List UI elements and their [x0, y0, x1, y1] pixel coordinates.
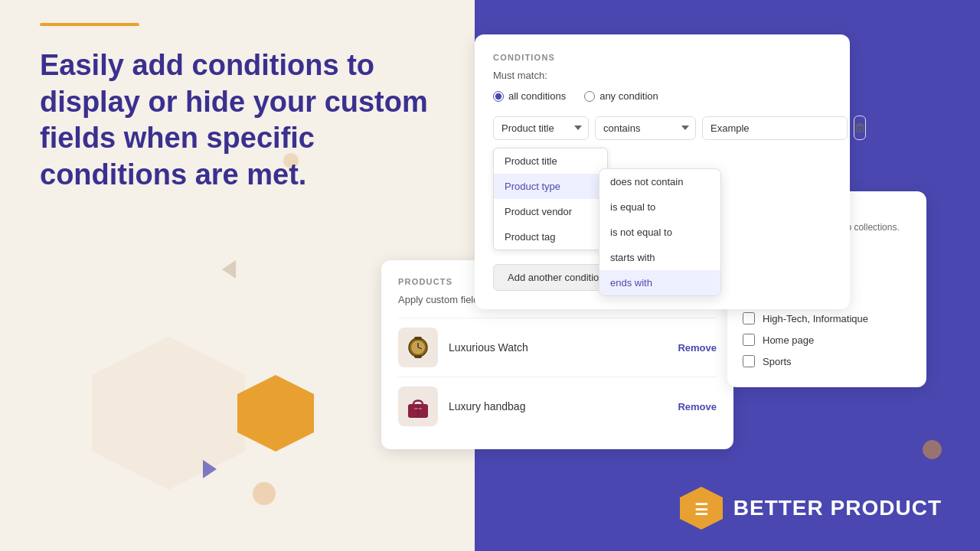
- condition-value-input[interactable]: [702, 116, 848, 140]
- collection-item-hightech: High-Tech, Informatique: [743, 308, 911, 329]
- product-img-watch: [398, 328, 438, 367]
- remove-watch-button[interactable]: Remove: [678, 342, 717, 354]
- condition-row-1: Product title Product type Product vendo…: [493, 116, 831, 140]
- op-ends-with[interactable]: ends with: [599, 270, 720, 295]
- op-is-not-equal-to[interactable]: is not equal to: [599, 220, 720, 245]
- radio-any-label[interactable]: any condition: [584, 90, 658, 102]
- hex-small-deco: [237, 375, 314, 452]
- branding: ☰ BETTER PRODUCT: [680, 487, 942, 530]
- product-item-handbag: Luxury handbag Remove: [398, 377, 717, 435]
- must-match-label: Must match:: [493, 70, 831, 81]
- dropdown-product-title[interactable]: Product title: [494, 148, 607, 174]
- svg-marker-0: [92, 337, 245, 490]
- delete-condition-button[interactable]: [854, 116, 866, 140]
- radio-group: all conditions any condition: [493, 90, 831, 102]
- dropdown-product-vendor[interactable]: Product vendor: [494, 199, 607, 224]
- conditions-card-title: CONDITIONS: [493, 53, 831, 62]
- label-sports: Sports: [763, 356, 792, 367]
- operator-dropdown-overlay: does not contain is equal to is not equa…: [599, 168, 721, 296]
- product-name-watch: Luxurious Watch: [449, 341, 528, 354]
- collection-item-homepage: Home page: [743, 329, 911, 350]
- product-item-left-handbag: Luxury handbag: [398, 386, 525, 426]
- brand-hex-icon: ☰: [680, 487, 723, 530]
- trash-icon: [854, 122, 865, 133]
- radio-any-text: any condition: [599, 90, 658, 102]
- radio-all-text: all conditions: [508, 90, 566, 102]
- radio-any-input[interactable]: [584, 91, 595, 102]
- handbag-icon: [403, 392, 433, 421]
- dot-right-deco: [923, 440, 942, 459]
- dot-bottom-left-deco: [253, 482, 276, 505]
- field-select[interactable]: Product title Product type Product vendo…: [493, 116, 589, 140]
- product-img-handbag: [398, 386, 438, 426]
- dropdown-product-tag[interactable]: Product tag: [494, 224, 607, 249]
- headline-text: Easily add conditions to display or hide…: [40, 47, 438, 193]
- brand-name-text: BETTER PRODUCT: [733, 496, 942, 520]
- op-is-equal-to[interactable]: is equal to: [599, 194, 720, 220]
- svg-rect-13: [414, 355, 422, 358]
- svg-marker-1: [237, 375, 314, 452]
- dropdown-product-type[interactable]: Product type: [494, 174, 607, 199]
- triangle-right-deco: [203, 460, 217, 478]
- radio-all-input[interactable]: [493, 91, 504, 102]
- accent-line: [40, 23, 139, 26]
- checkbox-homepage[interactable]: [743, 334, 755, 346]
- svg-text:☰: ☰: [694, 501, 708, 518]
- label-homepage: Home page: [763, 334, 814, 346]
- checkbox-hightech[interactable]: [743, 312, 755, 324]
- checkbox-sports[interactable]: [743, 355, 755, 367]
- triangle-left-deco: [222, 260, 236, 279]
- main-heading: Easily add conditions to display or hide…: [40, 47, 438, 193]
- product-item-watch: Luxurious Watch Remove: [398, 318, 717, 377]
- remove-handbag-button[interactable]: Remove: [678, 401, 717, 412]
- op-does-not-contain[interactable]: does not contain: [599, 169, 720, 194]
- collection-item-sports: Sports: [743, 350, 911, 372]
- operator-select[interactable]: contains does not contain is equal to is…: [595, 116, 696, 140]
- product-name-handbag: Luxury handbag: [449, 400, 525, 412]
- svg-rect-3: [858, 123, 862, 125]
- product-item-left-watch: Luxurious Watch: [398, 328, 528, 367]
- op-starts-with[interactable]: starts with: [599, 245, 720, 270]
- watch-icon: [403, 333, 433, 362]
- svg-rect-12: [414, 337, 422, 340]
- label-hightech: High-Tech, Informatique: [763, 313, 868, 324]
- hex-large-deco: [92, 337, 245, 490]
- radio-all-label[interactable]: all conditions: [493, 90, 566, 102]
